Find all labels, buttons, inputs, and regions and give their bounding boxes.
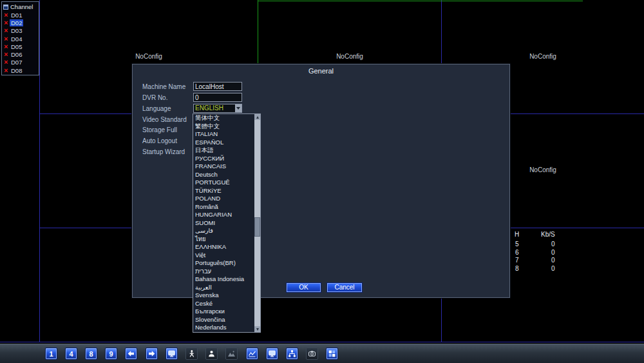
mountain-icon xyxy=(227,349,236,358)
waveform-button[interactable] xyxy=(246,348,258,360)
dropdown-scrollbar[interactable] xyxy=(254,114,260,332)
channel-label: D05 xyxy=(10,43,23,50)
walking-person-icon xyxy=(187,349,196,358)
scroll-up-icon[interactable] xyxy=(254,114,260,120)
channel-label: D06 xyxy=(10,51,23,58)
channel-panel: Channel ×D01×D02×D03×D04×D05×D06×D07×D08 xyxy=(1,1,39,75)
user-button[interactable] xyxy=(205,348,218,360)
bitrate-header-kbs: Kb/S xyxy=(541,231,555,238)
ptz-button[interactable] xyxy=(185,348,198,360)
page-right-button[interactable] xyxy=(146,348,158,360)
channel-label: D08 xyxy=(10,67,23,74)
page-left-button[interactable] xyxy=(125,348,137,360)
language-option[interactable]: TÜRKiYE xyxy=(193,187,254,195)
bitrate-value: 0 xyxy=(551,265,555,272)
channel-item-d07[interactable]: ×D07 xyxy=(2,59,39,66)
language-option[interactable]: 繁體中文 xyxy=(193,123,254,131)
machine-name-label: Machine Name xyxy=(142,83,185,90)
language-option[interactable]: ITALIAN xyxy=(193,130,254,139)
language-option[interactable]: Ceské xyxy=(193,300,254,308)
channel-label: D03 xyxy=(10,27,23,34)
channel-window-icon xyxy=(3,5,8,10)
channel-error-icon: × xyxy=(4,12,10,19)
language-select[interactable]: ENGLISH xyxy=(193,104,242,113)
bitrate-channel-number: 7 xyxy=(515,257,519,264)
display-button[interactable] xyxy=(266,348,278,360)
language-option[interactable]: ไทย xyxy=(193,235,254,244)
language-option[interactable]: SUOMI xyxy=(193,219,254,228)
language-option[interactable]: HUNGARIAN xyxy=(193,211,254,219)
channel-error-icon: × xyxy=(4,27,10,34)
video-cell-label: NoConfig xyxy=(258,53,441,60)
monitor-icon xyxy=(167,349,176,358)
language-option[interactable]: Português(BR) xyxy=(193,259,254,268)
color-setting-button[interactable] xyxy=(225,348,238,360)
language-option[interactable]: Română xyxy=(193,203,254,211)
language-option[interactable]: ΕΛΛΗΝΙΚΑ xyxy=(193,243,254,251)
language-option[interactable]: Svenska xyxy=(193,291,254,300)
language-option[interactable]: فارسی xyxy=(193,227,254,235)
quad-view-button[interactable]: 4 xyxy=(65,348,77,360)
auto-logout-label: Auto Logout xyxy=(142,137,177,144)
channel-item-d04[interactable]: ×D04 xyxy=(2,35,39,43)
scrollbar-thumb[interactable] xyxy=(254,217,260,237)
nine-view-button[interactable]: 9 xyxy=(105,348,117,360)
language-option[interactable]: Bahasa Indonesia xyxy=(193,275,254,284)
taskbar: 1489 xyxy=(0,344,644,363)
bitrate-channel-number: 8 xyxy=(515,265,519,272)
channel-error-icon: × xyxy=(4,51,10,58)
channel-item-d08[interactable]: ×D08 xyxy=(2,66,39,74)
snapshot-button[interactable] xyxy=(306,348,318,360)
language-option[interactable]: Deutsch xyxy=(193,171,254,179)
machine-name-input[interactable] xyxy=(193,82,242,91)
general-dialog: General Machine Name DVR No. Language EN… xyxy=(132,64,510,298)
arrow-right-icon xyxy=(147,349,156,358)
language-option[interactable]: POLAND xyxy=(193,195,254,203)
language-selected-value: ENGLISH xyxy=(194,104,235,112)
channel-item-d05[interactable]: ×D05 xyxy=(2,43,39,50)
language-option[interactable]: 日本語 xyxy=(193,146,254,155)
dialog-title: General xyxy=(133,67,509,75)
language-option[interactable]: Slovenčina xyxy=(193,316,254,324)
channel-label: D01 xyxy=(10,12,23,19)
screen-button[interactable] xyxy=(166,348,178,360)
language-option[interactable]: Български xyxy=(193,308,254,316)
language-option[interactable]: 简体中文 xyxy=(193,114,254,123)
language-option[interactable]: Nederlands xyxy=(193,324,254,332)
dvr-no-input[interactable] xyxy=(193,93,242,102)
quad-view-glyph: 4 xyxy=(69,350,73,358)
channel-label: D07 xyxy=(10,59,23,66)
language-option[interactable]: FRANCAIS xyxy=(193,162,254,171)
network-icon xyxy=(288,349,296,358)
monitor-icon xyxy=(268,349,276,358)
video-cell-label: NoConfig xyxy=(442,53,644,60)
channel-item-d03[interactable]: ×D03 xyxy=(2,27,39,35)
scroll-down-icon[interactable] xyxy=(254,326,260,332)
multi-channel-button[interactable] xyxy=(326,348,338,360)
single-view-glyph: 1 xyxy=(49,350,53,358)
network-button[interactable] xyxy=(286,348,298,360)
language-option[interactable]: ESPAÑOL xyxy=(193,139,254,147)
language-option[interactable]: РУССКИЙ xyxy=(193,155,254,163)
channel-item-d01[interactable]: ×D01 xyxy=(2,11,39,19)
ok-button[interactable]: OK xyxy=(286,282,321,293)
channel-label: D02 xyxy=(10,19,23,26)
arrow-left-icon xyxy=(127,349,135,358)
channel-error-icon: × xyxy=(4,35,10,43)
language-option[interactable]: العربية xyxy=(193,284,254,292)
grid-icon xyxy=(328,349,336,358)
channel-item-d06[interactable]: ×D06 xyxy=(2,50,39,58)
bitrate-channel-number: 6 xyxy=(515,249,519,256)
language-option[interactable]: עברית xyxy=(193,268,254,276)
cancel-button[interactable]: Cancel xyxy=(327,282,363,293)
channel-item-d02[interactable]: ×D02 xyxy=(2,19,39,26)
chevron-down-icon[interactable] xyxy=(235,104,242,112)
person-icon xyxy=(207,349,216,358)
channel-panel-header: Channel xyxy=(2,2,39,11)
language-option[interactable]: PORTUGUÊ xyxy=(193,179,254,187)
single-view-button[interactable]: 1 xyxy=(45,348,57,360)
bitrate-channel-number: 5 xyxy=(515,240,519,248)
channel-error-icon: × xyxy=(4,43,10,50)
language-option[interactable]: Việt xyxy=(193,251,254,260)
eight-view-button[interactable]: 8 xyxy=(85,348,97,360)
